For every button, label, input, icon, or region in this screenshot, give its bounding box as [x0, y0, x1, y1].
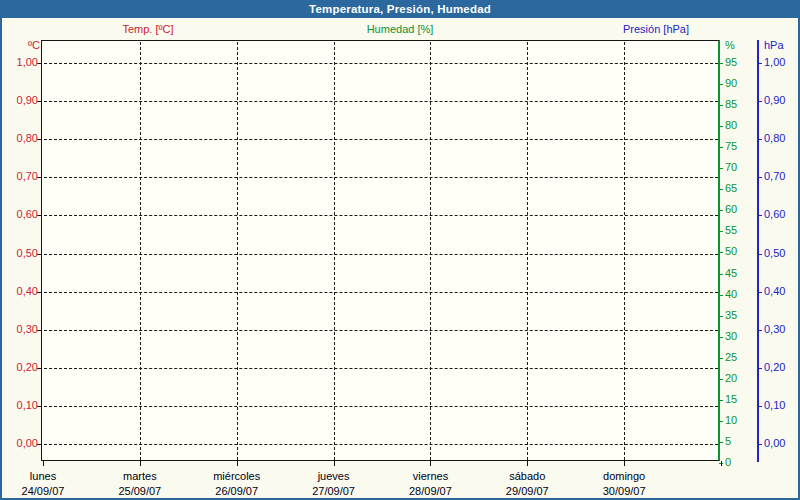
humidity-axis-label: 80	[725, 119, 737, 132]
humidity-axis-tick	[719, 189, 723, 190]
temperature-axis-label: 0,30	[2, 323, 38, 336]
humidity-axis-tick	[719, 63, 723, 64]
temperature-axis-label: 0,10	[2, 399, 38, 412]
humidity-axis-label: 85	[725, 98, 737, 111]
pressure-axis-label: 0,80	[764, 132, 785, 145]
pressure-axis-label: 0,70	[764, 170, 785, 183]
humidity-axis-tick	[719, 126, 723, 127]
humidity-axis-tick	[719, 231, 723, 232]
gridline-vertical	[624, 42, 625, 460]
pressure-axis-label: 0,90	[764, 94, 785, 107]
pressure-axis-label: 0,00	[764, 437, 785, 450]
humidity-axis-label: 50	[725, 245, 737, 258]
gridline-vertical	[237, 42, 238, 460]
temperature-axis-unit: ºC	[2, 39, 40, 52]
humidity-axis-tick	[719, 105, 723, 106]
window-title: Temperatura, Presión, Humedad	[309, 3, 491, 15]
humidity-axis-label: 75	[725, 140, 737, 153]
date-axis-tick	[430, 461, 431, 466]
temperature-axis-label: 1,00	[2, 56, 38, 69]
humidity-axis-label: 70	[725, 161, 737, 174]
gridline-vertical	[334, 42, 335, 460]
pressure-axis-tick	[758, 101, 762, 102]
gridline-horizontal	[44, 254, 718, 255]
humidity-axis-label: 45	[725, 267, 737, 280]
plot-area	[41, 40, 720, 461]
date-axis-tick	[43, 461, 44, 466]
humidity-axis-tick	[719, 274, 723, 275]
temperature-axis-label: 0,90	[2, 94, 38, 107]
humidity-axis-tick	[719, 421, 723, 422]
humidity-axis-label: 95	[725, 56, 737, 69]
temperature-axis-label: 0,80	[2, 132, 38, 145]
humidity-axis-tick	[719, 337, 723, 338]
legend-pressure: Presión [hPa]	[576, 23, 736, 35]
temperature-axis-label: 0,50	[2, 247, 38, 260]
pressure-axis-label: 0,40	[764, 285, 785, 298]
pressure-axis-tick	[758, 444, 762, 445]
gridline-vertical	[430, 42, 431, 460]
gridline-horizontal	[44, 330, 718, 331]
humidity-axis-label: 25	[725, 351, 737, 364]
temperature-axis-label: 0,00	[2, 437, 38, 450]
gridline-horizontal	[44, 368, 718, 369]
humidity-axis-tick	[719, 316, 723, 317]
date-axis-tick	[527, 461, 528, 466]
pressure-axis-label: 0,20	[764, 361, 785, 374]
date-axis-tick	[334, 461, 335, 466]
pressure-axis-tick	[758, 406, 762, 407]
pressure-axis-tick	[758, 330, 762, 331]
pressure-axis-label: 0,60	[764, 208, 785, 221]
pressure-axis-tick	[758, 215, 762, 216]
humidity-axis-tick	[719, 84, 723, 85]
humidity-axis-tick	[719, 168, 723, 169]
temperature-axis-label: 0,20	[2, 361, 38, 374]
humidity-axis-tick	[719, 379, 723, 380]
humidity-axis-label: 0	[725, 456, 731, 469]
humidity-axis-label: 40	[725, 288, 737, 301]
pressure-axis-tick	[758, 177, 762, 178]
gridline-horizontal	[44, 139, 718, 140]
pressure-axis-tick	[758, 254, 762, 255]
pressure-axis-label: 0,50	[764, 247, 785, 260]
humidity-axis-label: 20	[725, 372, 737, 385]
temperature-axis-label: 0,70	[2, 170, 38, 183]
pressure-axis-unit: hPa	[764, 39, 784, 52]
humidity-axis-tick	[719, 400, 723, 401]
humidity-axis-unit: %	[725, 39, 735, 52]
legend-humidity: Humedad [%]	[320, 23, 480, 35]
humidity-axis-tick	[719, 147, 723, 148]
humidity-axis-tick	[719, 358, 723, 359]
gridline-vertical	[140, 42, 141, 460]
date-label: 30/09/07	[559, 485, 689, 498]
gridline-horizontal	[44, 406, 718, 407]
humidity-axis-label: 30	[725, 330, 737, 343]
day-label: domingo	[559, 470, 689, 483]
gridline-horizontal	[44, 215, 718, 216]
pressure-axis-tick	[758, 63, 762, 64]
humidity-axis-label: 10	[725, 414, 737, 427]
pressure-axis-tick	[758, 139, 762, 140]
date-axis-tick	[140, 461, 141, 466]
date-axis-tick	[237, 461, 238, 466]
gridline-horizontal	[44, 444, 718, 445]
pressure-axis-tick	[758, 368, 762, 369]
temperature-axis-label: 0,60	[2, 208, 38, 221]
gridline-horizontal	[44, 63, 718, 64]
pressure-axis-label: 0,10	[764, 399, 785, 412]
temperature-axis-label: 0,40	[2, 285, 38, 298]
humidity-axis-label: 15	[725, 393, 737, 406]
legend-temperature: Temp. [ºC]	[68, 23, 228, 35]
humidity-axis-tick	[719, 252, 723, 253]
humidity-axis-label: 35	[725, 309, 737, 322]
humidity-axis-label: 60	[725, 203, 737, 216]
window-titlebar: Temperatura, Presión, Humedad	[0, 0, 800, 18]
gridline-horizontal	[44, 101, 718, 102]
weather-chart-window: Temperatura, Presión, Humedad Temp. [ºC]…	[0, 0, 800, 500]
humidity-axis-label: 5	[725, 435, 731, 448]
humidity-axis-label: 90	[725, 77, 737, 90]
pressure-axis-tick	[758, 292, 762, 293]
humidity-axis-label: 55	[725, 224, 737, 237]
gridline-horizontal	[44, 292, 718, 293]
pressure-axis-line	[757, 40, 759, 462]
